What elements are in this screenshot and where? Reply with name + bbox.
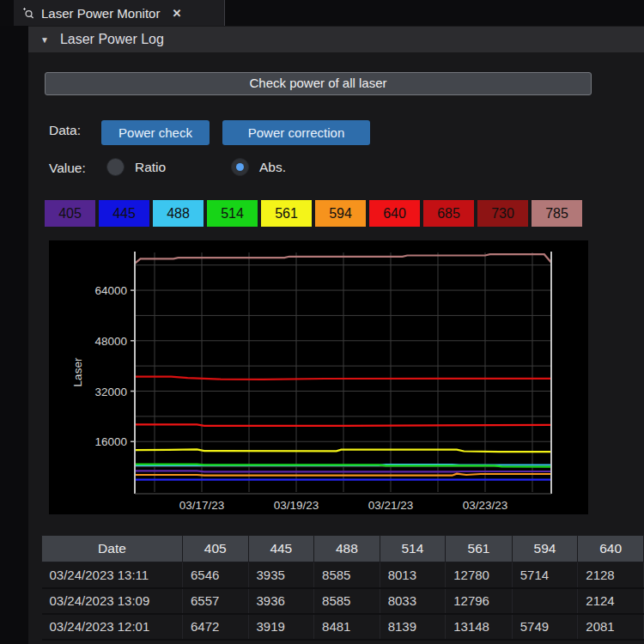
table-cell: 5749 [512, 614, 578, 640]
table-cell: 8585 [314, 562, 380, 588]
tab-close-icon[interactable]: ✕ [172, 7, 181, 20]
table-cell: 6546 [182, 562, 248, 588]
table-header-405: 405 [182, 536, 248, 562]
table-header-row: Date405445488514561594640 [42, 536, 644, 562]
series-line-785 [135, 254, 551, 264]
table-header-Date: Date [42, 536, 183, 562]
value-label: Value: [49, 161, 86, 176]
table-cell: 6472 [182, 614, 248, 640]
table-cell: 3919 [248, 614, 314, 640]
wavelength-swatch-561[interactable]: 561 [261, 200, 312, 227]
table-cell: 03/24/2023 13:11 [42, 562, 183, 588]
wavelength-swatch-445[interactable]: 445 [99, 200, 149, 227]
radio-ratio-circle [106, 158, 125, 176]
x-tick-label: 03/23/23 [463, 499, 508, 512]
table-cell: 2124 [578, 588, 644, 614]
table-row[interactable]: 03/24/2023 13:09655739368585803312796212… [42, 588, 644, 614]
wavelength-swatch-405[interactable]: 405 [45, 200, 95, 227]
wavelength-swatch-488[interactable]: 488 [153, 200, 204, 227]
wavelength-swatch-640[interactable]: 640 [369, 200, 420, 227]
radio-ratio-label: Ratio [135, 160, 166, 175]
table-header-445: 445 [248, 536, 314, 562]
y-tick-label: 16000 [94, 435, 127, 448]
x-tick-label: 03/17/23 [179, 499, 225, 512]
collapse-triangle-icon: ▼ [40, 35, 49, 45]
wavelength-swatch-785[interactable]: 785 [532, 200, 582, 227]
table-header-561: 561 [446, 536, 513, 562]
radio-abs[interactable]: Abs. [231, 158, 286, 176]
table-cell: 12780 [446, 562, 513, 588]
series-line-685 [135, 377, 551, 380]
table-header-514: 514 [380, 536, 446, 562]
table-header-488: 488 [314, 536, 380, 562]
table-cell: 8139 [380, 614, 446, 640]
tab-laser-power-monitor[interactable]: Laser Power Monitor ✕ [14, 0, 225, 26]
table-cell: 8033 [380, 588, 446, 614]
table-cell: 8013 [380, 562, 446, 588]
wavelength-swatch-594[interactable]: 594 [315, 200, 366, 227]
x-tick-label: 03/21/23 [368, 499, 414, 512]
left-gutter [0, 26, 28, 644]
y-tick-label: 32000 [94, 386, 127, 398]
tab-title: Laser Power Monitor [41, 6, 160, 21]
series-line-594 [135, 474, 551, 476]
section-header-laser-power-log[interactable]: ▼ Laser Power Log [28, 27, 644, 52]
table-cell: 2128 [578, 562, 644, 588]
y-tick-label: 64000 [94, 284, 127, 297]
radio-ratio[interactable]: Ratio [106, 158, 166, 176]
table-cell: 3936 [248, 588, 314, 614]
table-cell: 03/24/2023 12:01 [42, 614, 183, 640]
table-row[interactable]: 03/24/2023 13:11654639358585801312780571… [42, 562, 644, 588]
check-all-lasers-button[interactable]: Check power of all laser [45, 72, 592, 95]
x-tick-label: 03/19/23 [274, 499, 319, 512]
table-cell: 6557 [182, 588, 248, 614]
table-cell: 8585 [314, 588, 380, 614]
series-line-640 [135, 424, 551, 426]
table-cell: 12796 [446, 588, 513, 614]
radio-abs-label: Abs. [259, 160, 286, 175]
table-cell: 5714 [512, 562, 578, 588]
y-tick-label: 48000 [94, 335, 127, 348]
table-cell: 2081 [578, 614, 644, 640]
wavelength-swatch-685[interactable]: 685 [423, 200, 474, 227]
radio-abs-dot [236, 163, 244, 171]
power-log-table: Date405445488514561594640 03/24/2023 13:… [41, 535, 644, 641]
table-row[interactable]: 03/24/2023 12:01647239198481813913148574… [42, 614, 644, 640]
series-line-561 [135, 449, 551, 452]
data-label: Data: [49, 123, 81, 138]
power-correction-button[interactable]: Power correction [222, 120, 370, 145]
table-cell: 3935 [248, 562, 314, 588]
y-axis-title: Laser [71, 357, 84, 386]
series-line-405 [135, 471, 551, 471]
table-cell: 8481 [314, 614, 380, 640]
wavelength-swatch-730[interactable]: 730 [477, 200, 528, 227]
wavelength-swatch-514[interactable]: 514 [207, 200, 258, 227]
wavelength-swatch-row: 405445488514561594640685730785 [45, 200, 582, 227]
laser-power-chart: 1600032000480006400003/17/2303/19/2303/2… [49, 240, 588, 514]
chart-panel: 1600032000480006400003/17/2303/19/2303/2… [49, 240, 588, 514]
table-header-594: 594 [512, 536, 578, 562]
tab-bar: Laser Power Monitor ✕ [0, 0, 644, 26]
section-title: Laser Power Log [60, 32, 164, 47]
table-header-640: 640 [578, 536, 644, 562]
table-cell: 03/24/2023 13:09 [42, 588, 183, 614]
power-log-table-wrap: Date405445488514561594640 03/24/2023 13:… [41, 535, 644, 641]
radio-abs-circle [231, 158, 249, 176]
table-cell [512, 588, 578, 614]
table-cell: 13148 [446, 614, 513, 640]
power-check-button[interactable]: Power check [101, 120, 210, 145]
search-icon [22, 7, 34, 19]
